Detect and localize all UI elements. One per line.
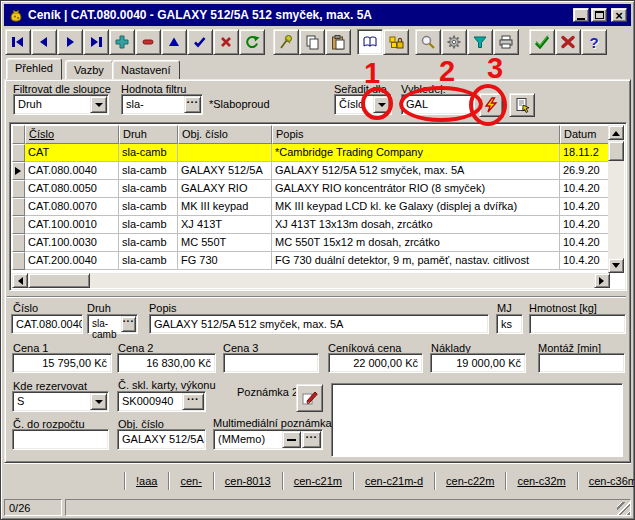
scroll-right-button[interactable] (594, 273, 610, 288)
row-selector[interactable] (12, 216, 25, 234)
row-selector[interactable] (12, 180, 25, 198)
paste-button[interactable] (325, 29, 351, 55)
filter-column-select[interactable]: Druh (13, 94, 109, 115)
close-button[interactable]: × (611, 8, 627, 22)
minimize-button[interactable] (573, 8, 589, 22)
obj-cislo-field[interactable]: GALAXY 512/5A (117, 429, 206, 450)
next-record-button[interactable] (57, 29, 83, 55)
skl-karty-ellipsis-button[interactable]: ... (182, 393, 204, 410)
plus-icon (114, 34, 130, 50)
table-row[interactable]: CAT sla-camb *Cambridge Trading Company … (12, 144, 610, 162)
hmotnost-field[interactable] (529, 314, 626, 334)
mmemo-field[interactable]: (MMemo) ... (213, 429, 323, 450)
cena1-field[interactable]: 15 795,00 Kč (12, 353, 112, 373)
scroll-down-button[interactable] (608, 258, 624, 273)
bottom-tab-cen-c32m[interactable]: cen-c32m (506, 475, 576, 487)
filter-value-input[interactable]: sla- ... (121, 94, 203, 115)
insert-record-button[interactable] (109, 29, 135, 55)
mmemo-ellipsis-button[interactable]: ... (302, 431, 321, 448)
cell-obj: MK III keypad (178, 198, 272, 216)
maximize-button[interactable] (591, 8, 607, 22)
cenikova-field[interactable]: 22 000,00 Kč (328, 353, 423, 373)
bottom-tab-cen-c21m-d[interactable]: cen-c21m-d (354, 475, 434, 487)
bottom-tab-cen[interactable]: cen- (169, 475, 212, 487)
dropdown-button[interactable] (373, 96, 390, 113)
dropdown-button[interactable] (90, 96, 107, 113)
copy-button[interactable] (299, 29, 325, 55)
edit-record-button[interactable] (161, 29, 187, 55)
close-window-button[interactable] (555, 29, 581, 55)
cena3-field[interactable] (223, 353, 319, 373)
permissions-button[interactable] (383, 29, 409, 55)
table-row[interactable]: CAT.100.0010 sla-camb XJ 413T XJ 413T 13… (12, 216, 610, 234)
scrollbar-thumb[interactable] (28, 273, 90, 288)
pin-button[interactable] (273, 29, 299, 55)
scroll-left-button[interactable] (12, 273, 28, 288)
cell-druh: sla-camb (119, 252, 178, 270)
scrollbar-thumb[interactable] (608, 141, 624, 161)
scroll-up-button[interactable] (608, 125, 624, 140)
kde-rezervovat-select[interactable]: S (12, 391, 109, 412)
mmemo-minus-button[interactable] (282, 431, 301, 448)
cancel-record-button[interactable] (213, 29, 239, 55)
help-button[interactable]: ? (581, 29, 607, 55)
druh-field[interactable]: sla-camb ... (87, 314, 138, 334)
row-selector[interactable] (12, 234, 25, 252)
filter-value-ellipsis-button[interactable]: ... (184, 96, 201, 113)
delete-record-button[interactable] (135, 29, 161, 55)
bottom-tab-cen-c22m[interactable]: cen-c22m (435, 475, 505, 487)
tab-nastaveni[interactable]: Nastavení (112, 60, 180, 80)
first-record-button[interactable] (5, 29, 31, 55)
table-row[interactable]: CAT.100.0030 sla-camb MC 550T MC 550T 15… (12, 234, 610, 252)
table-row[interactable]: CAT.080.0070 sla-camb MK III keypad MK I… (12, 198, 610, 216)
bottom-tab-cen-c36m[interactable]: cen-c36m (578, 475, 635, 487)
prior-record-button[interactable] (31, 29, 57, 55)
column-header-datum[interactable]: Datum (560, 125, 610, 144)
sort-select[interactable]: Číslo (334, 94, 392, 115)
post-record-button[interactable] (187, 29, 213, 55)
row-selector[interactable] (12, 198, 25, 216)
druh-ellipsis-button[interactable]: ... (121, 316, 136, 332)
search-input[interactable]: GAL (401, 94, 475, 115)
rozpoctu-field[interactable] (12, 429, 109, 450)
print-button[interactable] (493, 29, 519, 55)
table-row[interactable]: CAT.200.0040 sla-camb FG 730 FG 730 duál… (12, 252, 610, 270)
table-row[interactable]: CAT.080.0050 sla-camb GALAXY RIO GALAXY … (12, 180, 610, 198)
search-button[interactable] (415, 29, 441, 55)
cislo-field[interactable]: CAT.080.0040 (11, 314, 83, 334)
bottom-tab-cen-c21m[interactable]: cen-c21m (283, 475, 353, 487)
column-header-popis[interactable]: Popis (272, 125, 560, 144)
search-execute-button[interactable] (479, 93, 503, 117)
cena2-field[interactable]: 16 830,00 Kč (117, 353, 216, 373)
tab-prehled[interactable]: Přehled (6, 58, 62, 80)
montaz-field[interactable] (538, 353, 625, 373)
bottom-tab-aaa[interactable]: !aaa (125, 475, 168, 487)
ok-button[interactable] (529, 29, 555, 55)
dropdown-button[interactable] (90, 393, 107, 410)
column-header-obj-cislo[interactable]: Obj. číslo (178, 125, 272, 144)
naklady-field[interactable]: 19 000,00 Kč (430, 353, 526, 373)
settings-button[interactable] (441, 29, 467, 55)
row-selector[interactable] (12, 162, 25, 180)
mj-field[interactable]: ks (496, 314, 523, 334)
poznamka2-textarea[interactable] (331, 383, 623, 457)
report-button[interactable] (509, 93, 535, 117)
column-header-cislo[interactable]: Číslo (25, 125, 119, 144)
last-record-button[interactable] (83, 29, 109, 55)
filter-button[interactable] (467, 29, 493, 55)
tab-vazby[interactable]: Vazby (65, 60, 113, 80)
row-selector[interactable] (12, 252, 25, 270)
bottom-tab-cen-8013[interactable]: cen-8013 (214, 475, 282, 487)
table-row[interactable]: CAT.080.0040 sla-camb GALAXY 512/5A GALA… (12, 162, 610, 180)
skl-karty-field[interactable]: SK000940 ... (117, 391, 206, 412)
horizontal-scrollbar[interactable] (12, 273, 610, 288)
refresh-button[interactable] (239, 29, 265, 55)
popis-field[interactable]: GALAXY 512/5A 512 smyček, max. 5A (149, 314, 489, 334)
book-view-button[interactable] (357, 29, 383, 55)
cell-popis: GALAXY 512/5A 512 smyček, max. 5A (272, 162, 560, 180)
vertical-scrollbar[interactable] (608, 125, 624, 273)
row-selector[interactable] (12, 144, 25, 162)
resize-grip[interactable] (617, 502, 630, 515)
column-header-druh[interactable]: Druh (119, 125, 178, 144)
poznamka2-edit-button[interactable] (296, 384, 323, 412)
